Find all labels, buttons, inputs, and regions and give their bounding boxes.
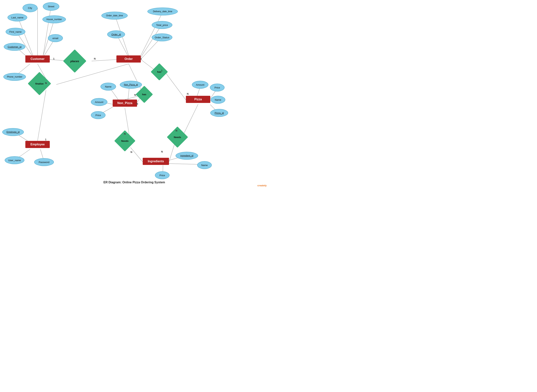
card-9: N: [136, 102, 138, 105]
card-7: N: [187, 92, 189, 95]
attr-ingredient-id: ingredient_id: [176, 152, 198, 160]
attr-user-name: User_name: [5, 156, 24, 164]
entity-pizza: Pizza: [186, 96, 210, 103]
relationship-has2: has: [137, 89, 152, 100]
attr-email: email: [48, 34, 63, 42]
entity-ingredients: Ingredients: [143, 158, 169, 165]
attr-password: Password: [34, 158, 54, 166]
card-3: 1: [140, 57, 142, 60]
relationship-needs1: Needs: [116, 135, 134, 146]
card-11: N: [130, 151, 132, 154]
card-13: N: [161, 150, 163, 153]
entity-employee: Employee: [25, 141, 50, 148]
attr-total-price: Total_price: [152, 21, 172, 29]
relationship-places: places: [65, 56, 85, 67]
entity-order: Order: [116, 56, 141, 63]
attr-customer-id: Customer_id: [4, 43, 25, 51]
attr-order-date-time: Order_date_time: [101, 12, 128, 19]
card-6: 1: [161, 69, 162, 72]
attr-non-pizza-id: Non_Pizza_id: [120, 81, 142, 89]
entity-customer: Customer: [25, 56, 50, 63]
card-8: N: [134, 93, 136, 96]
attr-employee-id: Employee_id: [2, 128, 24, 136]
attr-ing-price: Price: [155, 171, 170, 179]
svg-line-30: [130, 147, 143, 162]
svg-line-16: [165, 72, 186, 100]
attr-first-name: First_name: [6, 28, 25, 36]
card-5: 1: [45, 138, 46, 141]
svg-line-1: [43, 6, 51, 56]
attr-np-price: Price: [91, 111, 106, 119]
attr-order-id: Order_id: [107, 30, 125, 38]
attr-pizza-id: Pizza_id: [210, 109, 228, 117]
svg-line-40: [56, 64, 129, 84]
attr-ing-name: Name: [197, 161, 212, 169]
attr-phone-number: Phone_number: [3, 73, 26, 81]
attr-np-name: Name: [101, 83, 116, 91]
attr-order-status: Order_Status: [152, 33, 172, 41]
attr-house-number: House_number: [42, 15, 66, 23]
svg-line-20: [37, 90, 46, 141]
svg-line-36: [169, 144, 175, 162]
attr-last-name: Last_name: [8, 14, 27, 21]
attr-delivery-date-time: Delivery_date_time: [147, 8, 178, 15]
watermark: creately: [257, 184, 267, 187]
attr-pizza-price: Price: [210, 84, 225, 91]
svg-line-35: [183, 104, 198, 135]
relationship-needs2: Needs: [168, 131, 187, 143]
card-2: N: [94, 57, 96, 60]
card-1: 1: [53, 57, 55, 60]
attr-pizza-name: Name: [211, 96, 225, 104]
attr-city: City: [23, 4, 37, 12]
card-12: N: [176, 129, 177, 132]
card-10: N: [124, 132, 126, 135]
footer: ER Diagram: Online Pizza Ordering System: [0, 181, 268, 184]
attr-pizza-amount: Amount: [192, 81, 208, 89]
entity-non-pizza: Non_Pizza: [113, 100, 137, 107]
attr-street: Street: [43, 2, 59, 11]
attr-np-amount: Amount: [91, 98, 107, 106]
diagram-container: Customer Order Employee Pizza Non_Pizza …: [0, 0, 268, 188]
relationship-has1: has: [152, 67, 167, 77]
card-4: N: [45, 82, 47, 84]
